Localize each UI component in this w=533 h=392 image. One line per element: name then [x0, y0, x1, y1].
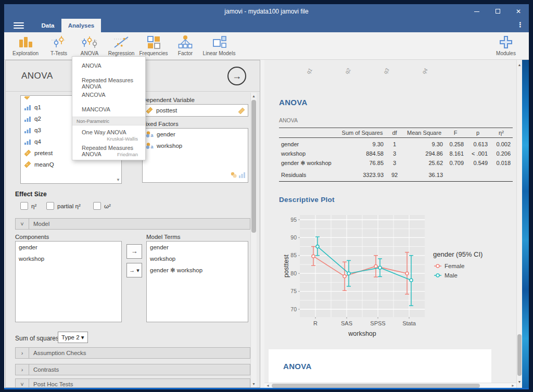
- components-list[interactable]: gender workshop: [15, 241, 122, 322]
- options-scrollbar-thumb[interactable]: [251, 100, 256, 233]
- scroll-down-icon[interactable]: ▼: [517, 380, 522, 384]
- tab-data[interactable]: Data: [34, 19, 61, 32]
- term-interaction[interactable]: gender ✻ workshop: [147, 264, 248, 276]
- add-term-button[interactable]: →: [126, 244, 142, 259]
- checkbox[interactable]: [20, 202, 28, 210]
- checkbox[interactable]: [46, 202, 54, 210]
- component-workshop[interactable]: workshop: [16, 253, 121, 264]
- ribbon-linear-models[interactable]: Linear Models: [200, 34, 238, 58]
- add-term-menu-button[interactable]: → ▾: [126, 263, 142, 277]
- results-col-header: q2: [344, 67, 352, 75]
- scroll-left-icon[interactable]: ◄: [266, 384, 270, 387]
- descriptive-plot-heading[interactable]: Descriptive Plot: [279, 196, 335, 204]
- assumption-checks-section[interactable]: › Assumption Checks: [15, 347, 250, 359]
- tab-analyses[interactable]: Analyses: [61, 19, 101, 32]
- ribbon-exploration[interactable]: Exploration: [9, 34, 42, 58]
- contrasts-section[interactable]: › Contrasts: [15, 364, 250, 375]
- svg-text:gender (95% CI): gender (95% CI): [433, 250, 483, 258]
- dependent-variable-box[interactable]: posttest: [142, 104, 248, 117]
- next-analysis-card[interactable]: ANOVA: [269, 349, 491, 383]
- effect-size-eta[interactable]: η²: [20, 202, 36, 210]
- term-gender[interactable]: gender: [147, 242, 248, 253]
- term-workshop[interactable]: workshop: [147, 253, 248, 264]
- checkbox[interactable]: [93, 202, 101, 210]
- linear-models-icon: [212, 35, 226, 49]
- menu-item-mancova[interactable]: MANCOVA: [72, 106, 145, 112]
- fixed-factor-workshop[interactable]: a workshop: [143, 140, 248, 151]
- accepted-types-icons: [230, 171, 246, 181]
- scroll-up-icon[interactable]: ▲: [517, 63, 522, 67]
- effect-size-omega[interactable]: ω²: [93, 202, 111, 210]
- anova-results-heading[interactable]: ANOVA: [279, 98, 308, 107]
- chevron-right-icon: ›: [16, 348, 29, 358]
- anova-icon: [81, 35, 98, 49]
- svg-text:a: a: [151, 133, 154, 138]
- svg-text:a: a: [151, 144, 154, 149]
- options-scrollbar[interactable]: ▲ ▼: [250, 93, 257, 387]
- scroll-up-icon[interactable]: ▲: [251, 94, 257, 98]
- exploration-icon: [18, 35, 33, 49]
- effect-size-title: Effect Size: [15, 191, 47, 198]
- minimize-button[interactable]: [466, 4, 487, 19]
- sum-of-squares-select[interactable]: Type 2 ▾: [58, 332, 88, 343]
- anova-dropdown-menu: ANOVA Repeated Measures ANOVA ANCOVA MAN…: [72, 56, 146, 160]
- continuous-variable-icon: [24, 96, 31, 100]
- svg-text:75: 75: [290, 288, 297, 294]
- results-scrollbar[interactable]: ▲ ▼: [516, 60, 522, 388]
- results-col-header: q1: [305, 67, 313, 75]
- horizontal-scrollbar-thumb[interactable]: [272, 384, 480, 388]
- tab-bar: Data Analyses ⋮: [4, 19, 529, 32]
- close-button[interactable]: ✕: [508, 4, 529, 19]
- next-anova-heading[interactable]: ANOVA: [283, 362, 312, 371]
- hamburger-menu-icon[interactable]: [14, 22, 24, 29]
- chevron-right-icon: ›: [16, 364, 29, 375]
- continuous-variable-icon: [24, 149, 31, 157]
- anova-table-header-row: Sum of Squares df Mean Square F p η²: [279, 128, 513, 138]
- component-gender[interactable]: gender: [16, 242, 121, 253]
- scroll-right-icon[interactable]: ►: [511, 384, 515, 387]
- variable-item-meanQ[interactable]: meanQ: [21, 159, 121, 170]
- maximize-button[interactable]: [487, 4, 508, 19]
- table-row: Residuals3323.939236.13: [279, 170, 513, 182]
- svg-text:Female: Female: [445, 263, 464, 269]
- ribbon-anova[interactable]: ANOVA: [75, 34, 104, 58]
- menu-item-anova[interactable]: ANOVA: [72, 62, 145, 69]
- jamovi-window: jamovi - mydata100 jamovi file ✕ Data An…: [4, 4, 529, 388]
- ribbon-regression[interactable]: Regression: [105, 34, 137, 58]
- ribbon-factor[interactable]: Factor: [172, 34, 199, 58]
- scroll-down-icon[interactable]: ▼: [251, 382, 257, 386]
- dependent-variable-item[interactable]: posttest: [143, 105, 248, 116]
- list-scroll-down-icon[interactable]: ▼: [116, 178, 120, 182]
- model-terms-list[interactable]: gender workshop gender ✻ workshop: [146, 241, 248, 322]
- ordinal-variable-icon: [24, 138, 31, 145]
- ribbon-frequencies[interactable]: Frequencies: [137, 34, 170, 58]
- results-col-header: q3: [382, 67, 390, 75]
- run-analysis-button[interactable]: →: [227, 67, 246, 85]
- results-horizontal-scrollbar[interactable]: ◄ ►: [264, 383, 516, 388]
- menu-item-one-way-anova[interactable]: One Way ANOVA: [72, 129, 145, 135]
- menu-sublabel-friedman: Friedman: [117, 151, 138, 157]
- arrow-right-icon: →: [131, 247, 138, 255]
- fixed-factor-gender[interactable]: a gender: [143, 129, 248, 140]
- chevron-down-icon: ˅: [16, 379, 29, 388]
- more-options-icon[interactable]: ⋮: [517, 21, 524, 29]
- results-panel: q1 q2 q3 q4 ANOVA ANOVA Sum of Squares d…: [264, 60, 516, 388]
- fixed-factors-label: Fixed Factors: [142, 121, 179, 127]
- ribbon-t-tests[interactable]: T-Tests: [44, 34, 74, 58]
- model-section-header[interactable]: ˅ Model: [15, 218, 250, 230]
- post-hoc-tests-section[interactable]: ˅ Post Hoc Tests: [15, 378, 250, 388]
- factor-icon: [177, 35, 193, 49]
- ordinal-variable-icon: [24, 116, 31, 122]
- fixed-factors-box[interactable]: a gender a workshop: [142, 128, 248, 183]
- effect-size-partial-eta[interactable]: partial η²: [46, 202, 81, 210]
- title-bar[interactable]: jamovi - mydata100 jamovi file ✕: [4, 4, 529, 19]
- ribbon-modules[interactable]: Modules: [490, 34, 522, 58]
- menu-item-rm-anova[interactable]: Repeated Measures ANOVA: [72, 77, 145, 90]
- results-scrollbar-thumb[interactable]: [517, 334, 522, 376]
- modules-plus-icon: [499, 35, 513, 49]
- table-row: workshop884.583294.868.161< .0010.206: [279, 149, 513, 158]
- t-tests-icon: [51, 35, 67, 49]
- arrow-right-menu-icon: → ▾: [129, 267, 139, 273]
- model-terms-label: Model Terms: [146, 234, 181, 240]
- menu-item-ancova[interactable]: ANCOVA: [72, 92, 145, 98]
